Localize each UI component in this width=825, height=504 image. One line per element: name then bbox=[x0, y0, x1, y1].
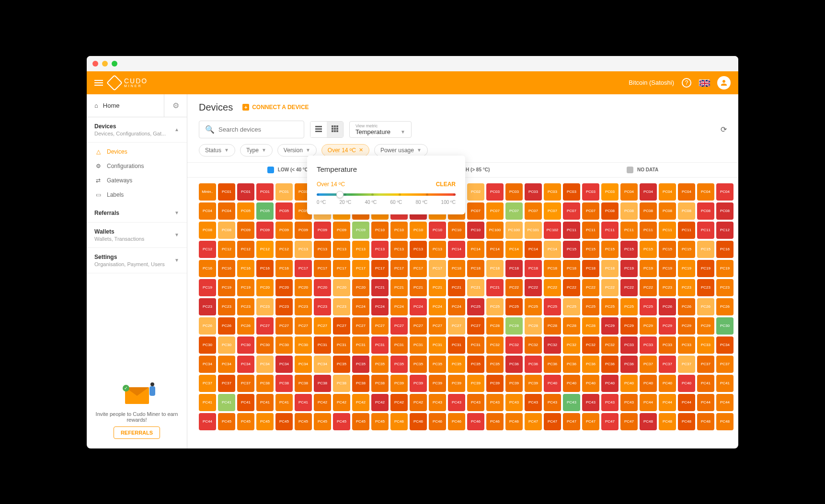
device-cell[interactable]: PC04 bbox=[620, 183, 638, 201]
device-cell[interactable]: PC25 bbox=[601, 298, 619, 315]
device-cell[interactable]: PC44 bbox=[678, 394, 695, 411]
device-cell[interactable]: PC43 bbox=[563, 394, 580, 411]
device-cell[interactable]: PC17 bbox=[390, 260, 408, 277]
device-cell[interactable]: PC18 bbox=[601, 260, 619, 277]
device-cell[interactable]: PC38 bbox=[314, 375, 331, 392]
window-maximize[interactable] bbox=[112, 61, 117, 67]
device-cell[interactable]: PC07 bbox=[486, 202, 504, 220]
device-cell[interactable]: PC07 bbox=[525, 202, 542, 220]
device-cell[interactable]: PC39 bbox=[448, 375, 465, 392]
device-cell[interactable]: PC10 bbox=[429, 222, 446, 239]
device-cell[interactable]: PC27 bbox=[467, 317, 484, 335]
device-cell[interactable]: PC101 bbox=[525, 222, 542, 239]
device-cell[interactable]: PC18 bbox=[544, 260, 561, 277]
device-cell[interactable]: PC39 bbox=[525, 375, 542, 392]
device-cell[interactable]: PC04 bbox=[659, 183, 676, 201]
device-cell[interactable]: PC44 bbox=[640, 394, 657, 411]
device-cell[interactable]: PC46 bbox=[390, 413, 408, 430]
device-cell[interactable]: Minin.. bbox=[199, 183, 216, 201]
device-cell[interactable]: PC17 bbox=[410, 260, 427, 277]
device-cell[interactable]: PC39 bbox=[467, 375, 484, 392]
filter-chip[interactable]: Type▼ bbox=[240, 144, 273, 157]
temperature-slider[interactable] bbox=[317, 193, 456, 196]
device-cell[interactable]: PC26 bbox=[237, 317, 254, 335]
device-cell[interactable]: PC28 bbox=[544, 317, 561, 335]
device-cell[interactable]: PC27 bbox=[429, 317, 446, 335]
device-cell[interactable]: PC12 bbox=[256, 241, 274, 258]
device-cell[interactable]: PC23 bbox=[275, 298, 293, 315]
refresh-icon[interactable]: ⟳ bbox=[721, 125, 727, 134]
nav-home[interactable]: ⌂ Home bbox=[87, 94, 164, 117]
device-cell[interactable]: PC10 bbox=[448, 222, 465, 239]
device-cell[interactable]: PC12 bbox=[275, 241, 293, 258]
sidebar-settings-icon[interactable]: ⚙ bbox=[164, 94, 187, 117]
device-cell[interactable]: PC18 bbox=[505, 260, 523, 277]
device-cell[interactable]: PC07 bbox=[563, 202, 580, 220]
device-cell[interactable]: PC27 bbox=[333, 317, 350, 335]
device-cell[interactable]: PC28 bbox=[582, 317, 599, 335]
sidebar-item-devices[interactable]: △Devices bbox=[87, 145, 187, 159]
device-cell[interactable]: PC48 bbox=[678, 413, 695, 430]
device-cell[interactable]: PC14 bbox=[448, 241, 465, 258]
device-cell[interactable]: PC16 bbox=[256, 260, 274, 277]
device-cell[interactable]: PC26 bbox=[716, 298, 733, 315]
brand-logo[interactable]: CUDO MINER bbox=[109, 77, 148, 89]
device-cell[interactable]: PC35 bbox=[410, 356, 427, 373]
device-cell[interactable]: PC30 bbox=[275, 336, 293, 354]
device-cell[interactable]: PC21 bbox=[448, 279, 465, 296]
device-cell[interactable]: PC31 bbox=[333, 336, 350, 354]
device-cell[interactable]: PC08 bbox=[601, 202, 619, 220]
device-cell[interactable]: PC21 bbox=[486, 279, 504, 296]
device-cell[interactable]: PC18 bbox=[582, 260, 599, 277]
device-cell[interactable]: PC11 bbox=[640, 222, 657, 239]
device-cell[interactable]: PC38 bbox=[256, 375, 274, 392]
device-cell[interactable]: PC30 bbox=[218, 336, 235, 354]
help-icon[interactable]: ? bbox=[682, 78, 691, 88]
device-cell[interactable]: PC12 bbox=[716, 222, 733, 239]
device-cell[interactable]: PC27 bbox=[314, 317, 331, 335]
device-cell[interactable]: PC07 bbox=[467, 202, 484, 220]
device-cell[interactable]: PC13 bbox=[429, 241, 446, 258]
device-cell[interactable]: PC03 bbox=[582, 183, 599, 201]
device-cell[interactable]: PC22 bbox=[601, 279, 619, 296]
device-cell[interactable]: PC10 bbox=[467, 222, 484, 239]
filter-chip[interactable]: Version▼ bbox=[277, 144, 317, 157]
device-cell[interactable]: PC04 bbox=[640, 183, 657, 201]
device-cell[interactable]: PC47 bbox=[601, 413, 619, 430]
device-cell[interactable]: PC29 bbox=[659, 317, 676, 335]
device-cell[interactable]: PC23 bbox=[256, 298, 274, 315]
device-cell[interactable]: PC32 bbox=[601, 336, 619, 354]
device-cell[interactable]: PC11 bbox=[697, 222, 714, 239]
device-cell[interactable]: PC19 bbox=[218, 279, 235, 296]
device-cell[interactable]: PC25 bbox=[525, 298, 542, 315]
sidebar-item-gateways[interactable]: ⇄Gateways bbox=[87, 173, 187, 188]
device-cell[interactable]: PC15 bbox=[601, 241, 619, 258]
metric-select[interactable]: View metric Temperature ▼ bbox=[349, 121, 412, 138]
device-cell[interactable]: PC24 bbox=[352, 298, 369, 315]
device-cell[interactable]: PC45 bbox=[256, 413, 274, 430]
device-cell[interactable]: PC40 bbox=[544, 375, 561, 392]
device-cell[interactable]: PC35 bbox=[352, 356, 369, 373]
device-cell[interactable]: PC38 bbox=[371, 375, 389, 392]
device-cell[interactable]: PC45 bbox=[237, 413, 254, 430]
device-cell[interactable]: PC41 bbox=[716, 375, 733, 392]
device-cell[interactable]: PC37 bbox=[640, 356, 657, 373]
device-cell[interactable]: PC19 bbox=[199, 279, 216, 296]
device-cell[interactable]: PC12 bbox=[199, 241, 216, 258]
device-cell[interactable]: PC17 bbox=[371, 260, 389, 277]
device-cell[interactable]: PC25 bbox=[582, 298, 599, 315]
device-cell[interactable]: PC47 bbox=[544, 413, 561, 430]
device-cell[interactable]: PC36 bbox=[525, 356, 542, 373]
device-cell[interactable]: PC26 bbox=[199, 317, 216, 335]
device-cell[interactable]: PC34 bbox=[295, 356, 312, 373]
device-cell[interactable]: PC41 bbox=[237, 394, 254, 411]
device-cell[interactable]: PC04 bbox=[716, 183, 733, 201]
device-cell[interactable]: PC15 bbox=[563, 241, 580, 258]
device-cell[interactable]: PC08 bbox=[199, 222, 216, 239]
device-cell[interactable]: PC21 bbox=[410, 279, 427, 296]
device-cell[interactable]: PC20 bbox=[352, 279, 369, 296]
device-cell[interactable]: PC17 bbox=[429, 260, 446, 277]
device-cell[interactable]: PC15 bbox=[697, 241, 714, 258]
device-cell[interactable]: PC42 bbox=[390, 394, 408, 411]
device-cell[interactable]: PC36 bbox=[620, 356, 638, 373]
